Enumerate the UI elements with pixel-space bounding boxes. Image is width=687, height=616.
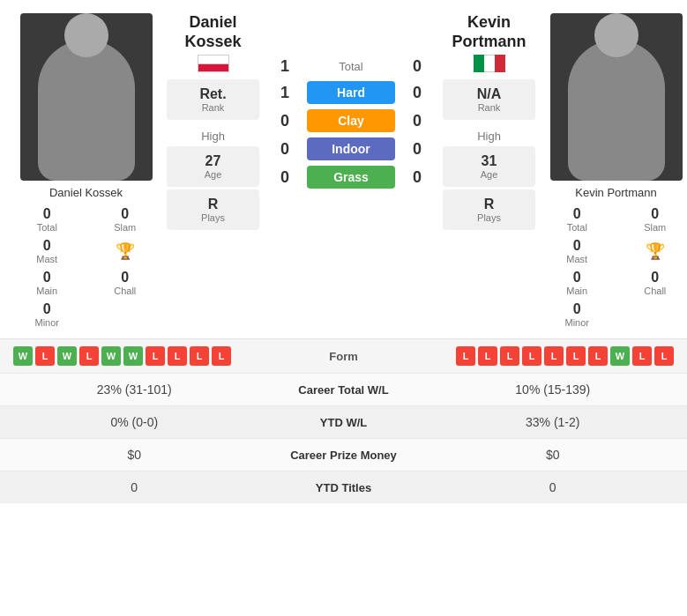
player2-chall-cell: 0 Chall <box>617 268 688 298</box>
player1-slam-value: 0 <box>87 206 164 222</box>
hard-score-left: 1 <box>263 84 307 102</box>
player1-total-value: 0 <box>9 206 86 222</box>
grass-row: 0 Grass 0 <box>263 166 439 189</box>
player1-plays-value: R <box>170 197 256 212</box>
player1-chall-cell: 0 Chall <box>87 268 164 298</box>
player2-form-badge: L <box>632 346 652 366</box>
flag-pl-white <box>198 55 229 64</box>
player1-trophy-icon: 🏆 <box>116 241 135 261</box>
stats-right-3: 0 <box>432 480 675 494</box>
player2-silhouette <box>568 40 665 181</box>
player1-form-badge: L <box>212 346 231 366</box>
player1-minor-cell: 0 Minor <box>9 300 86 330</box>
indoor-badge: Indoor <box>307 137 395 160</box>
main-container: Daniel Kossek 0 Total 0 Slam 0 Mast 🏆 <box>0 0 687 503</box>
player1-info-panel: Daniel Kossek Ret. Rank High 27 Age R Pl… <box>167 13 259 330</box>
player1-photo <box>20 13 153 181</box>
player2-card: Kevin Portmann 0 Total 0 Slam 0 Mast 🏆 <box>539 13 687 330</box>
player2-form-badge: L <box>478 346 497 366</box>
player1-plays-block: R Plays <box>167 189 259 230</box>
hard-badge: Hard <box>307 81 395 104</box>
player2-age-label: Age <box>446 169 532 180</box>
player1-mast-cell: 0 Mast <box>9 236 86 266</box>
player2-name-big-text: Kevin Portmann <box>452 13 526 50</box>
player1-form: WLWLWWLLLL <box>13 346 286 366</box>
form-section: WLWLWWLLLL Form LLLLLLLWLL <box>0 338 687 373</box>
player1-minor-value: 0 <box>9 301 86 317</box>
player1-rank-value: Ret. <box>170 86 256 102</box>
player2-form-badge: L <box>654 346 674 366</box>
grass-score-right: 0 <box>395 168 439 187</box>
player2-slam-label: Slam <box>617 222 688 233</box>
player1-card: Daniel Kossek 0 Total 0 Slam 0 Mast 🏆 <box>9 13 163 330</box>
player1-silhouette <box>38 40 135 181</box>
clay-row: 0 Clay 0 <box>263 109 439 132</box>
grass-score-left: 0 <box>263 168 307 187</box>
player1-stats-grid: 0 Total 0 Slam 0 Mast 🏆 0 Main <box>9 204 163 330</box>
player2-mast-label: Mast <box>539 254 616 264</box>
player1-rank-label: Rank <box>170 102 256 113</box>
stats-right-2: $0 <box>432 448 675 462</box>
player2-chall-label: Chall <box>617 286 688 296</box>
total-score-left: 1 <box>263 57 307 76</box>
player2-minor-value: 0 <box>539 301 616 317</box>
total-row: 1 Total 0 <box>263 57 439 76</box>
player2-rank-block: N/A Rank <box>443 79 535 120</box>
player1-minor-label: Minor <box>9 317 86 328</box>
player2-rank-label: Rank <box>446 102 532 113</box>
player1-chall-value: 0 <box>87 270 164 286</box>
player2-rank-value: N/A <box>446 86 532 102</box>
total-score-right: 0 <box>395 57 439 76</box>
clay-score-right: 0 <box>395 112 439 130</box>
player1-mast-label: Mast <box>9 254 86 264</box>
flag-poland <box>198 55 229 72</box>
player1-form-badge: L <box>35 346 55 366</box>
player2-plays-label: Plays <box>446 212 532 223</box>
top-section: Daniel Kossek 0 Total 0 Slam 0 Mast 🏆 <box>0 0 687 338</box>
stats-center-0: Career Total W/L <box>256 383 432 397</box>
player1-form-badge: L <box>190 346 209 366</box>
stats-left-2: $0 <box>13 448 256 462</box>
stats-left-0: 23% (31-101) <box>13 382 256 397</box>
form-label: Form <box>291 350 397 363</box>
player2-form: LLLLLLLWLL <box>402 346 675 366</box>
flag-it-white <box>484 55 495 72</box>
player2-form-badge: L <box>588 346 608 366</box>
flag-pl-red <box>198 64 229 73</box>
stats-row: $0 Career Prize Money $0 <box>0 438 687 471</box>
player2-main-value: 0 <box>539 270 616 286</box>
player1-flag <box>198 55 229 72</box>
player2-name-label: Kevin Portmann <box>575 186 657 199</box>
stats-right-0: 10% (15-139) <box>432 382 675 397</box>
player2-flag <box>474 55 505 72</box>
player2-form-badge: W <box>610 346 630 366</box>
indoor-score-left: 0 <box>263 140 307 159</box>
player1-total-cell: 0 Total <box>9 204 86 234</box>
player2-mast-value: 0 <box>539 238 616 254</box>
clay-badge: Clay <box>307 109 395 132</box>
player1-main-label: Main <box>9 286 86 296</box>
stats-center-1: YTD W/L <box>256 416 432 429</box>
player2-plays-block: R Plays <box>443 189 535 230</box>
player1-main-value: 0 <box>9 270 86 286</box>
player2-age-block: 31 Age <box>443 146 535 187</box>
player2-main-label: Main <box>539 286 616 296</box>
player1-main-cell2: 0 Main <box>9 268 86 298</box>
player2-total-value: 0 <box>539 206 616 222</box>
hard-row: 1 Hard 0 <box>263 81 439 104</box>
player1-mast-value: 0 <box>9 238 86 254</box>
player1-age-label: Age <box>170 169 256 180</box>
stats-row: 23% (31-101) Career Total W/L 10% (15-13… <box>0 373 687 405</box>
center-column: 1 Total 0 1 Hard 0 0 Clay 0 0 Indoor 0 0 <box>263 13 439 330</box>
player2-info-panel: Kevin Portmann N/A Rank High 31 Age R <box>443 13 535 330</box>
stats-left-1: 0% (0-0) <box>13 415 256 429</box>
clay-score-left: 0 <box>263 112 307 130</box>
stats-center-3: YTD Titles <box>256 481 432 494</box>
hard-score-right: 0 <box>395 84 439 102</box>
player2-total-cell: 0 Total <box>539 204 616 234</box>
player1-trophy-cell: 🏆 <box>87 236 164 266</box>
player2-form-badge: L <box>500 346 519 366</box>
player1-chall-label: Chall <box>87 286 164 296</box>
player2-main-cell2: 0 Main <box>539 268 616 298</box>
player1-form-badge: L <box>168 346 187 366</box>
